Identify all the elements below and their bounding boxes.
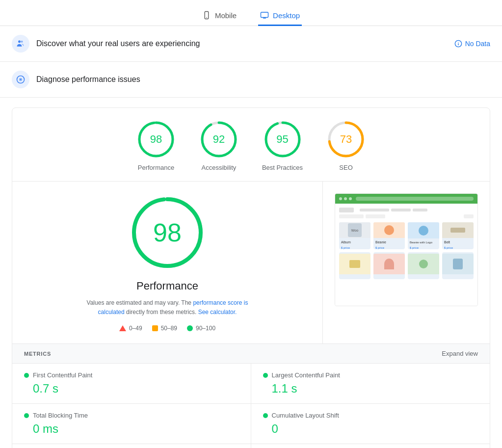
metric-cls-name: Cumulative Layout Shift [272, 412, 339, 419]
screenshot-filter-1 [339, 214, 364, 218]
metric-fcp-name-row: First Contentful Paint [24, 371, 239, 379]
screenshot-nav-3 [413, 209, 427, 211]
metric-si: Speed Index 0.7 s [12, 444, 251, 448]
main-content-area: 98 Performance Values are estimated and … [12, 182, 490, 343]
score-item-best-practices[interactable]: 95 Best Practices [262, 120, 303, 171]
big-score-circle: 98 [128, 193, 207, 272]
svg-point-5 [18, 40, 21, 43]
mobile-icon [202, 11, 211, 20]
svg-point-9 [458, 42, 458, 43]
legend-item-medium: 50–89 [152, 325, 177, 332]
score-item-performance[interactable]: 98 Performance [136, 120, 176, 171]
metric-lcp: Largest Contentful Paint 1.1 s [251, 364, 490, 404]
metric-cls: Cumulative Layout Shift 0 [251, 404, 490, 444]
diagnose-title: Diagnose performance issues [36, 75, 490, 84]
tab-desktop[interactable]: Desktop [258, 6, 302, 26]
tab-desktop-label: Desktop [273, 11, 300, 20]
metric-lcp-dot [263, 373, 268, 378]
screenshot-bar [335, 194, 477, 204]
screenshot-product-5 [339, 252, 370, 279]
metric-fcp-dot [24, 373, 29, 378]
screenshot-filter-3 [464, 214, 474, 218]
screenshot-product-beanie: Beanie $ price [373, 222, 405, 249]
metric-empty [251, 444, 490, 448]
legend-square-icon [152, 325, 158, 331]
metric-tbt: Total Blocking Time 0 ms [12, 404, 251, 444]
screenshot-product-beanie-logo: Beanie with Logo $ price [408, 222, 439, 249]
score-item-seo[interactable]: 73 SEO [326, 120, 366, 171]
screenshot-logo [339, 208, 354, 212]
metrics-grid: First Contentful Paint 0.7 s Largest Con… [12, 363, 490, 448]
screenshot-product-7 [408, 252, 439, 279]
metric-lcp-value: 1.1 s [272, 382, 478, 395]
desktop-icon [260, 11, 269, 20]
score-label-seo: SEO [339, 164, 352, 171]
screenshot-product-album: Woo Album $ price [339, 222, 370, 249]
score-circles: 98 Performance 92 Accessibility [12, 120, 490, 181]
screenshot-grid-row2 [339, 252, 474, 279]
legend-triangle-icon [119, 325, 126, 331]
big-score-value: 98 [153, 218, 182, 247]
score-label-best-practices: Best Practices [262, 164, 303, 171]
diagnose-banner: Diagnose performance issues [0, 62, 502, 98]
score-value-accessibility: 92 [213, 133, 225, 146]
screenshot-product-8 [442, 252, 474, 279]
svg-point-6 [21, 41, 23, 43]
screenshot-nav-2 [391, 209, 411, 211]
no-data-label: No Data [465, 40, 490, 48]
big-score-label: Performance [136, 280, 198, 292]
metrics-title: METRICS [24, 351, 51, 357]
expand-view-button[interactable]: Expand view [442, 350, 478, 357]
screenshot-content: Woo Album $ price Beanie $ price [335, 204, 477, 306]
score-circle-accessibility: 92 [199, 120, 238, 159]
legend-high-range: 90–100 [196, 325, 215, 332]
metric-lcp-name: Largest Contentful Paint [272, 371, 340, 379]
left-panel: 98 Performance Values are estimated and … [12, 182, 323, 343]
screenshot-product-6 [373, 252, 405, 279]
score-label-performance: Performance [138, 164, 174, 171]
score-description: Values are estimated and may vary. The p… [84, 298, 251, 317]
metric-lcp-name-row: Largest Contentful Paint [263, 371, 478, 379]
tab-bar: Mobile Desktop [0, 0, 502, 26]
real-users-banner: Discover what your real users are experi… [0, 26, 502, 62]
legend-dot-icon [187, 325, 193, 331]
real-users-icon [12, 35, 29, 53]
tab-mobile[interactable]: Mobile [200, 6, 238, 26]
screenshot-product-belt: Belt $ price [442, 222, 474, 249]
screenshot-mini-header [339, 208, 474, 212]
score-value-performance: 98 [150, 133, 162, 146]
metric-cls-name-row: Cumulative Layout Shift [263, 412, 478, 419]
metric-tbt-name: Total Blocking Time [33, 412, 88, 419]
score-item-accessibility[interactable]: 92 Accessibility [199, 120, 238, 171]
right-panel: Woo Album $ price Beanie $ price [323, 182, 490, 343]
browser-dot-2 [344, 197, 347, 200]
no-data-button[interactable]: No Data [454, 40, 490, 48]
screenshot-nav [360, 209, 389, 211]
metric-tbt-value: 0 ms [33, 422, 239, 436]
score-circle-seo: 73 [326, 120, 366, 159]
calculator-link[interactable]: See calculator. [198, 309, 237, 316]
svg-rect-2 [261, 12, 268, 18]
score-value-seo: 73 [340, 133, 352, 146]
metric-fcp: First Contentful Paint 0.7 s [12, 364, 251, 404]
metric-fcp-value: 0.7 s [33, 382, 239, 395]
legend-low-range: 0–49 [129, 325, 142, 332]
screenshot-filter-2 [366, 214, 385, 218]
metrics-header: METRICS Expand view [12, 343, 490, 363]
info-icon [454, 40, 462, 48]
browser-dot-1 [339, 197, 342, 200]
metric-cls-value: 0 [272, 422, 478, 436]
metric-cls-dot [263, 413, 268, 418]
score-label-accessibility: Accessibility [202, 164, 237, 171]
score-card-container: 98 Performance 92 Accessibility [12, 107, 490, 448]
legend-item-low: 0–49 [119, 325, 142, 332]
screenshot-preview: Woo Album $ price Beanie $ price [335, 193, 478, 306]
score-value-best-practices: 95 [276, 133, 288, 146]
browser-dot-3 [349, 197, 352, 200]
legend-item-high: 90–100 [187, 325, 215, 332]
screenshot-filter-row [339, 214, 474, 218]
svg-point-12 [20, 79, 22, 80]
metric-tbt-dot [24, 413, 29, 418]
real-users-title: Discover what your real users are experi… [36, 39, 448, 48]
score-circle-performance: 98 [136, 120, 176, 159]
